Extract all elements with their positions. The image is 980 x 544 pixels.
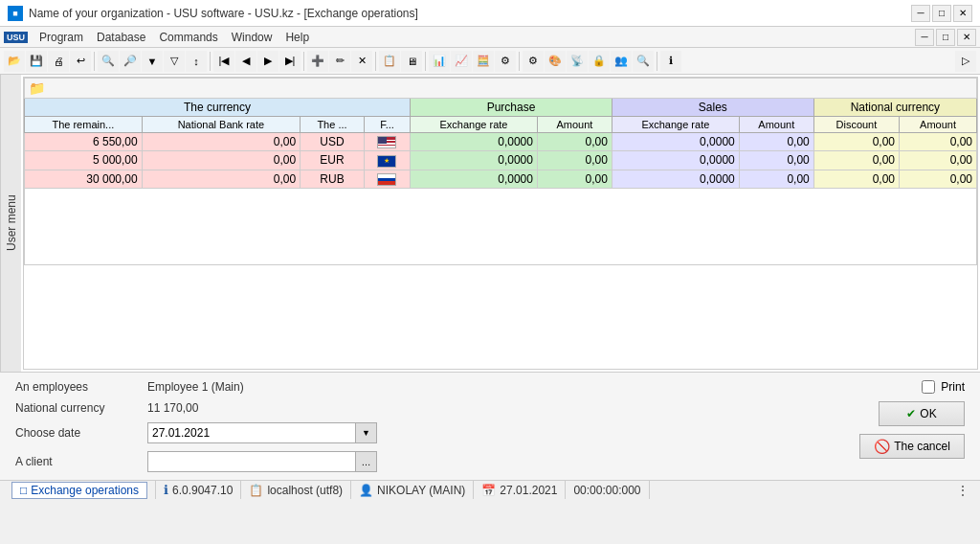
db-value: localhost (utf8) [267,484,343,497]
toolbar-chart[interactable]: 📊 [429,51,450,72]
toolbar-calc[interactable]: 🧮 [473,51,494,72]
section-header-row: The currency Purchase Sales National cur… [25,99,977,117]
toolbar-color[interactable]: 🎨 [545,51,566,72]
menu-database[interactable]: Database [91,29,151,46]
date-dropdown-button[interactable]: ▼ [356,422,377,443]
menu-window[interactable]: Window [226,29,278,46]
col-discount: Discount [813,117,899,133]
toolbar-save[interactable]: 💾 [26,51,47,72]
toolbar-nav-next[interactable]: ▶ [257,51,278,72]
maximize-button[interactable]: □ [932,5,951,22]
toolbar-filter[interactable]: ▼ [142,51,163,72]
flag-usd-icon [377,136,396,148]
toolbar-open[interactable]: 📂 [4,51,25,72]
folder-icon: 📁 [29,80,45,96]
date-value: 27.01.2021 [500,484,557,497]
close-button[interactable]: ✕ [953,5,972,22]
minimize-button[interactable]: ─ [911,5,930,22]
toolbar-users[interactable]: 👥 [611,51,632,72]
menu-help[interactable]: Help [279,29,315,46]
col-the: The ... [301,117,365,133]
choose-date-label: Choose date [15,426,140,440]
cell-natamt-rub: 0,00 [900,170,977,188]
toolbar-nav-first[interactable]: |◀ [213,51,234,72]
toolbar-copy[interactable]: 📋 [379,51,400,72]
toolbar: 📂 💾 🖨 ↩ 🔍 🔎 ▼ ▽ ↕ |◀ ◀ ▶ ▶| ➕ ✏ ✕ 📋 🖥 📊 … [0,48,980,75]
toolbar-undo[interactable]: ↩ [70,51,91,72]
date-input-container: ▼ [147,422,377,443]
toolbar-info[interactable]: ℹ [660,51,681,72]
toolbar-monitor[interactable]: 🖥 [401,51,422,72]
col-sales-rate: Exchange rate [612,117,739,133]
info-icon: ℹ [164,483,168,497]
toolbar-search2[interactable]: 🔍 [633,51,654,72]
print-checkbox[interactable] [922,380,935,394]
exchange-ops-tab[interactable]: □ Exchange operations [11,482,147,499]
table-row[interactable]: 6 550,00 0,00 USD 0,0000 0,00 0,0000 0,0… [25,133,977,151]
cell-remain-eur: 5 000,00 [25,151,143,170]
toolbar-right-arrow[interactable]: ▷ [955,51,976,72]
national-currency-value: 11 170,00 [147,401,198,415]
toolbar-sort[interactable]: ↕ [186,51,207,72]
user-menu-sidebar[interactable]: User menu [0,75,21,372]
toolbar-search[interactable]: 🔍 [98,51,119,72]
cell-flag-eur [364,151,410,170]
menu-commands[interactable]: Commands [153,29,223,46]
menu-minimize-button[interactable]: ─ [915,29,934,46]
toolbar-nav-prev[interactable]: ◀ [235,51,256,72]
cell-disc-usd: 0,00 [813,133,899,151]
print-label: Print [941,380,965,394]
cell-flag-rub [364,170,410,188]
table-row[interactable]: 30 000,00 0,00 RUB 0,0000 0,00 0,0000 0,… [25,170,977,188]
toolbar-delete[interactable]: ✕ [351,51,372,72]
cell-prate-rub: 0,0000 [411,170,538,188]
menu-program[interactable]: Program [33,29,89,46]
cell-nbrate-usd: 0,00 [142,133,300,151]
cell-pamt-usd: 0,00 [537,133,612,151]
toolbar-settings[interactable]: ⚙ [495,51,516,72]
toolbar-lock[interactable]: 🔒 [589,51,610,72]
cell-srate-usd: 0,0000 [612,133,739,151]
form-row-national: National currency 11 170,00 [15,401,836,415]
toolbar-gear[interactable]: ⚙ [523,51,544,72]
table-row[interactable]: 5 000,00 0,00 EUR 0,0000 0,00 0,0000 0,0… [25,151,977,170]
toolbar-zoom[interactable]: 🔎 [120,51,141,72]
title-bar-left: ■ Name of your organization - USU softwa… [8,6,418,21]
db-icon: 📋 [249,484,263,497]
toolbar-add[interactable]: ➕ [307,51,328,72]
app-icon: ■ [8,6,23,21]
date-input[interactable] [147,422,356,443]
user-value: NIKOLAY (MAIN) [377,484,465,497]
status-right-icon: ⋮ [949,481,976,499]
table-area[interactable]: 📁 The currency Purchase Sales National c… [23,77,978,370]
cancel-label: The cancel [894,440,950,453]
cell-natamt-usd: 0,00 [900,133,977,151]
menu-restore-button[interactable]: □ [936,29,955,46]
toolbar-print[interactable]: 🖨 [48,51,69,72]
toolbar-sep-3 [303,52,304,71]
cell-prate-usd: 0,0000 [411,133,538,151]
status-db-item: 📋 localhost (utf8) [241,481,351,499]
client-dots-button[interactable]: … [356,451,377,472]
status-user-item: 👤 NIKOLAY (MAIN) [351,481,474,499]
ok-button[interactable]: ✔ OK [879,401,965,426]
menu-close-button[interactable]: ✕ [957,29,976,46]
toolbar-edit[interactable]: ✏ [329,51,350,72]
cancel-button[interactable]: 🚫 The cancel [859,434,965,459]
menu-bar-right-controls: ─ □ ✕ [915,29,976,46]
client-label: A client [15,455,140,468]
toolbar-nav-last[interactable]: ▶| [279,51,301,72]
col-remain: The remain... [25,117,143,133]
cell-samt-usd: 0,00 [739,133,813,151]
toolbar-chart2[interactable]: 📈 [451,51,472,72]
cell-remain-rub: 30 000,00 [25,170,143,188]
toolbar-rss[interactable]: 📡 [567,51,588,72]
resize-icon: ⋮ [957,484,969,497]
cell-currency-rub: RUB [301,170,365,188]
date-icon: 📅 [481,484,496,497]
toolbar-filter2[interactable]: ▽ [164,51,185,72]
client-input[interactable] [147,451,356,472]
cell-pamt-eur: 0,00 [537,151,612,170]
toolbar-sep-6 [519,52,520,71]
cell-remain-usd: 6 550,00 [25,133,143,151]
